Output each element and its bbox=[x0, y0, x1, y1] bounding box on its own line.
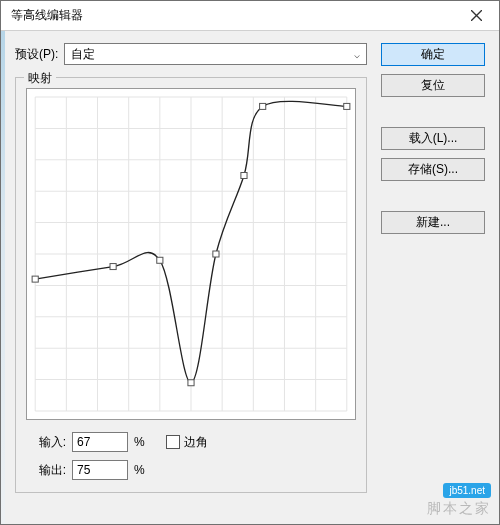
ok-button[interactable]: 确定 bbox=[381, 43, 485, 66]
preset-select[interactable]: 自定 ⌵ bbox=[64, 43, 367, 65]
input-percent: % bbox=[134, 435, 148, 449]
svg-rect-27 bbox=[188, 380, 194, 386]
dialog-window: 等高线编辑器 预设(P): 自定 ⌵ 映射 bbox=[0, 0, 500, 525]
new-button[interactable]: 新建... bbox=[381, 211, 485, 234]
chevron-down-icon: ⌵ bbox=[354, 49, 360, 60]
reset-button[interactable]: 复位 bbox=[381, 74, 485, 97]
corner-checkbox[interactable]: 边角 bbox=[166, 434, 208, 451]
mapping-legend: 映射 bbox=[24, 70, 56, 87]
svg-rect-31 bbox=[344, 103, 350, 109]
window-title: 等高线编辑器 bbox=[11, 7, 83, 24]
corner-label: 边角 bbox=[184, 434, 208, 451]
spacer bbox=[381, 189, 485, 203]
close-button[interactable] bbox=[454, 1, 499, 30]
new-button-label: 新建... bbox=[416, 214, 450, 231]
svg-rect-24 bbox=[32, 276, 38, 282]
decorative-strip bbox=[1, 31, 5, 524]
input-field[interactable] bbox=[72, 432, 128, 452]
save-button[interactable]: 存储(S)... bbox=[381, 158, 485, 181]
reset-button-label: 复位 bbox=[421, 77, 445, 94]
output-row: 输出: % bbox=[26, 460, 356, 480]
preset-label: 预设(P): bbox=[15, 46, 58, 63]
svg-rect-25 bbox=[110, 264, 116, 270]
ok-button-label: 确定 bbox=[421, 46, 445, 63]
svg-rect-29 bbox=[241, 173, 247, 179]
curve-editor[interactable] bbox=[26, 88, 356, 420]
output-percent: % bbox=[134, 463, 148, 477]
load-button-label: 载入(L)... bbox=[409, 130, 458, 147]
curve-canvas[interactable] bbox=[27, 89, 355, 419]
right-column: 确定 复位 载入(L)... 存储(S)... 新建... bbox=[381, 43, 485, 493]
input-row: 输入: % 边角 bbox=[26, 432, 356, 452]
output-label: 输出: bbox=[26, 462, 66, 479]
dialog-body: 预设(P): 自定 ⌵ 映射 输入: % bbox=[1, 31, 499, 505]
preset-selected-value: 自定 bbox=[71, 46, 95, 63]
input-label: 输入: bbox=[26, 434, 66, 451]
left-column: 预设(P): 自定 ⌵ 映射 输入: % bbox=[15, 43, 367, 493]
titlebar: 等高线编辑器 bbox=[1, 1, 499, 31]
close-icon bbox=[471, 10, 482, 21]
save-button-label: 存储(S)... bbox=[408, 161, 458, 178]
svg-rect-28 bbox=[213, 251, 219, 257]
svg-rect-30 bbox=[260, 103, 266, 109]
spacer bbox=[381, 105, 485, 119]
mapping-group: 映射 输入: % 边角 输出: bbox=[15, 77, 367, 493]
checkbox-box-icon bbox=[166, 435, 180, 449]
io-rows: 输入: % 边角 输出: % bbox=[26, 432, 356, 480]
output-field[interactable] bbox=[72, 460, 128, 480]
svg-rect-26 bbox=[157, 257, 163, 263]
preset-row: 预设(P): 自定 ⌵ bbox=[15, 43, 367, 65]
load-button[interactable]: 载入(L)... bbox=[381, 127, 485, 150]
